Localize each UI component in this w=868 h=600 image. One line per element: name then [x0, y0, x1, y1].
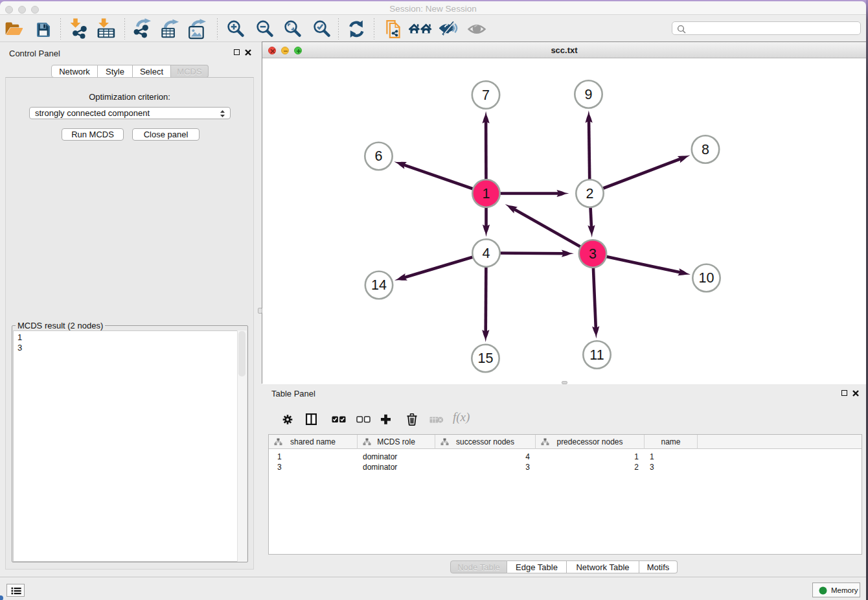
svg-text:3: 3	[589, 246, 597, 262]
svg-text:9: 9	[585, 87, 593, 102]
svg-text:6: 6	[375, 148, 383, 164]
svg-text:14: 14	[371, 277, 387, 293]
svg-text:8: 8	[702, 142, 709, 157]
svg-text:1: 1	[483, 186, 490, 202]
svg-text:15: 15	[478, 351, 494, 366]
svg-text:4: 4	[483, 246, 490, 261]
svg-text:7: 7	[482, 87, 490, 103]
svg-text:11: 11	[589, 347, 604, 363]
svg-text:2: 2	[586, 186, 594, 202]
svg-text:10: 10	[699, 270, 714, 286]
